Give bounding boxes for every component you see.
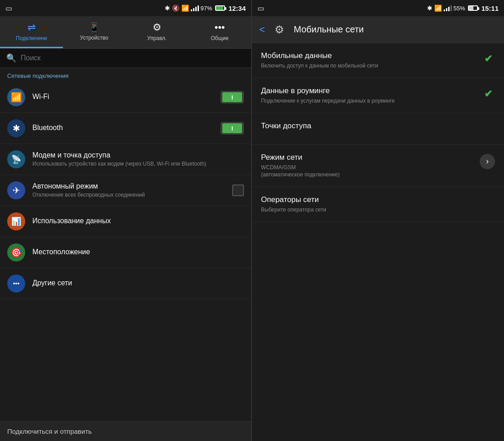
bluetooth-status-icon: ✱ (165, 4, 170, 12)
battery-fill (216, 6, 223, 10)
section-header: Сетевые подключения (0, 68, 251, 82)
roaming-check: ✔ (482, 87, 495, 101)
settings-item-wifi[interactable]: 📶 Wi-Fi I (0, 82, 251, 113)
wifi-text: Wi-Fi (32, 93, 220, 102)
wifi-icon: 📶 (7, 88, 25, 106)
modem-icon: 📡 (7, 150, 25, 168)
general-icon: ••• (215, 22, 225, 33)
right-wifi-icon: 📶 (434, 4, 442, 12)
settings-item-network-mode[interactable]: Режим сети WCDMA/GSM (автоматическое под… (252, 145, 504, 188)
left-panel: ▭ ✱ 🔇 📶 97% 12:34 ⇌ Подключени 📱 (0, 0, 252, 441)
tab-device[interactable]: 📱 Устройство (63, 16, 126, 48)
search-bar: 🔍 (0, 49, 251, 68)
airplane-subtitle: Отключение всех беспроводных соединений (32, 191, 232, 199)
bottom-bar-text: Подключиться и отправить (7, 428, 92, 435)
tab-bar: ⇌ Подключени 📱 Устройство ⚙ Управл. ••• … (0, 16, 251, 49)
mobile-data-text: Мобильные данные Включить доступ к данны… (261, 51, 476, 70)
tab-manage[interactable]: ⚙ Управл. (126, 16, 189, 48)
bluetooth-toggle-inner: I (222, 123, 242, 133)
right-status-left: ▭ (257, 4, 264, 13)
other-networks-icon: ••• (7, 274, 25, 292)
right-battery-percent: 55% (454, 5, 465, 12)
right-battery-fill (469, 6, 473, 10)
modem-title: Модем и точка доступа (32, 151, 244, 159)
mobile-data-subtitle: Включить доступ к данным по мобильной се… (261, 62, 476, 70)
right-bluetooth-icon: ✱ (427, 4, 432, 12)
wifi-toggle-inner: I (222, 92, 242, 102)
connections-icon: ⇌ (27, 22, 36, 33)
roaming-text: Данные в роуминге Подключение к услугам … (261, 86, 476, 105)
data-usage-text: Использование данных (32, 217, 244, 226)
access-points-title: Точки доступа (261, 122, 495, 130)
mobile-data-title: Мобильные данные (261, 51, 476, 60)
network-mode-text: Режим сети WCDMA/GSM (автоматическое под… (261, 153, 474, 179)
device-icon: ▭ (5, 4, 12, 13)
modem-subtitle: Использовать устройство как модем (через… (32, 160, 244, 168)
wifi-title: Wi-Fi (32, 93, 220, 101)
right-battery-icon (468, 5, 478, 11)
airplane-checkbox[interactable] (232, 184, 244, 196)
settings-item-mobile-data[interactable]: Мобильные данные Включить доступ к данны… (252, 43, 504, 78)
tab-connections[interactable]: ⇌ Подключени (0, 16, 63, 48)
settings-item-location[interactable]: 🎯 Местоположение (0, 237, 251, 268)
search-input[interactable] (21, 54, 245, 62)
settings-item-airplane[interactable]: ✈ Автономный режим Отключение всех беспр… (0, 175, 251, 206)
settings-item-access-points[interactable]: Точки доступа (252, 113, 504, 145)
network-mode-subtitle: WCDMA/GSM (автоматическое подключение) (261, 164, 474, 179)
settings-item-modem[interactable]: 📡 Модем и точка доступа Использовать уст… (0, 144, 251, 175)
left-status-icons: ▭ (5, 4, 12, 13)
wifi-toggle[interactable]: I (220, 91, 244, 104)
other-networks-text: Другие сети (32, 279, 244, 288)
modem-text: Модем и точка доступа Использовать устро… (32, 151, 244, 168)
network-operators-title: Операторы сети (261, 195, 495, 204)
gear-icon: ⚙ (271, 22, 288, 38)
wifi-status-icon: 📶 (181, 4, 189, 12)
mobile-data-check: ✔ (482, 52, 495, 66)
settings-item-bluetooth[interactable]: ✱ Bluetooth I (0, 113, 251, 144)
device-tab-icon: 📱 (89, 22, 100, 33)
other-networks-title: Другие сети (32, 279, 244, 287)
mute-icon: 🔇 (172, 4, 180, 12)
network-mode-title: Режим сети (261, 153, 474, 162)
tab-manage-label: Управл. (147, 35, 166, 41)
data-usage-icon: 📊 (7, 212, 25, 230)
network-mode-action: › (480, 154, 495, 169)
network-mode-arrow[interactable]: › (480, 154, 495, 169)
bluetooth-title: Bluetooth (32, 124, 220, 132)
search-icon: 🔍 (6, 53, 16, 63)
location-title: Местоположение (32, 248, 244, 256)
left-time: 12:34 (229, 4, 246, 12)
manage-icon: ⚙ (153, 22, 162, 33)
airplane-title: Автономный режим (32, 182, 232, 190)
location-icon: 🎯 (7, 243, 25, 261)
right-header: < ⚙ Мобильные сети (252, 16, 504, 43)
airplane-icon: ✈ (7, 181, 25, 199)
bottom-bar[interactable]: Подключиться и отправить (0, 421, 251, 441)
right-time: 15:11 (482, 4, 499, 12)
right-header-title: Мобильные сети (294, 24, 364, 35)
back-button[interactable]: < (259, 24, 265, 36)
right-device-icon: ▭ (257, 4, 264, 12)
right-status-bar: ▭ ✱ 📶 55% 15:11 (252, 0, 504, 16)
settings-item-network-operators[interactable]: Операторы сети Выберите оператора сети (252, 187, 504, 222)
battery-percent: 97% (201, 5, 212, 12)
bluetooth-text: Bluetooth (32, 124, 220, 133)
right-panel: ▭ ✱ 📶 55% 15:11 < ⚙ Мобильные сети (252, 0, 504, 441)
tab-device-label: Устройство (80, 35, 108, 41)
bluetooth-toggle[interactable]: I (220, 122, 244, 135)
tab-general-label: Общие (211, 35, 229, 41)
settings-item-roaming[interactable]: Данные в роуминге Подключение к услугам … (252, 78, 504, 113)
airplane-text: Автономный режим Отключение всех беспров… (32, 182, 232, 199)
right-signal-bars (444, 5, 452, 11)
signal-bars (191, 5, 199, 11)
mobile-data-action: ✔ (482, 52, 495, 66)
tab-general[interactable]: ••• Общие (189, 16, 252, 48)
network-operators-subtitle: Выберите оператора сети (261, 206, 495, 214)
settings-item-other-networks[interactable]: ••• Другие сети (0, 268, 251, 299)
roaming-action: ✔ (482, 87, 495, 101)
data-usage-title: Использование данных (32, 217, 244, 225)
bluetooth-icon: ✱ (7, 119, 25, 137)
network-operators-text: Операторы сети Выберите оператора сети (261, 195, 495, 214)
right-status-right: ✱ 📶 55% 15:11 (427, 4, 499, 12)
settings-item-data-usage[interactable]: 📊 Использование данных (0, 206, 251, 237)
